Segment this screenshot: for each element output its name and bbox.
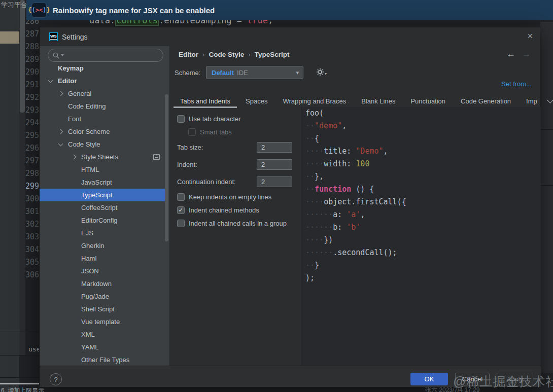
field-input-tab-size-[interactable] bbox=[257, 142, 292, 153]
close-icon[interactable]: × bbox=[527, 31, 533, 41]
back-arrow-icon[interactable]: ← bbox=[506, 49, 515, 59]
chevron-down-icon[interactable] bbox=[48, 78, 53, 83]
sidebar-item-color-scheme[interactable]: Color Scheme bbox=[40, 125, 166, 138]
sidebar-item-markdown[interactable]: Markdown bbox=[40, 277, 166, 290]
field-label: Indent: bbox=[177, 161, 197, 168]
sidebar-item-other-file-types[interactable]: Other File Types bbox=[40, 353, 166, 366]
breadcrumb: Editor›Code Style›TypeScript bbox=[179, 51, 290, 58]
checkbox[interactable] bbox=[188, 128, 196, 136]
line-number: 294 bbox=[25, 118, 39, 127]
code-token: }, bbox=[315, 172, 324, 181]
code-preview-line: ····}) bbox=[305, 234, 541, 246]
tab-code-generation[interactable]: Code Generation bbox=[453, 94, 519, 108]
tree-item-label: JavaScript bbox=[81, 179, 112, 186]
line-number: 290 bbox=[25, 67, 39, 77]
chevron-down-icon[interactable] bbox=[58, 141, 63, 146]
code-token: object.firstCall({ bbox=[324, 197, 406, 206]
ok-button[interactable]: OK bbox=[410, 373, 448, 385]
editor-preview-icon bbox=[153, 154, 160, 160]
sidebar-item-keymap[interactable]: Keymap bbox=[40, 62, 166, 75]
tab-imp[interactable]: Imp bbox=[519, 94, 545, 108]
sidebar-item-shell-script[interactable]: Shell Script bbox=[40, 303, 166, 315]
tab-blank-lines[interactable]: Blank Lines bbox=[354, 94, 403, 108]
settings-dialog: WS Settings × KeymapEditorGeneralCode Ed… bbox=[39, 27, 540, 386]
checkbox[interactable] bbox=[177, 193, 185, 201]
checkbox-label: Smart tabs bbox=[200, 128, 232, 136]
checkbox[interactable] bbox=[177, 115, 185, 123]
tree-item-label: Gherkin bbox=[81, 242, 105, 250]
checkbox[interactable] bbox=[177, 220, 185, 227]
chevron-down-icon: ▾ bbox=[325, 72, 327, 76]
code-token: "Demo" bbox=[356, 147, 383, 156]
sidebar-item-javascript[interactable]: JavaScript bbox=[40, 176, 166, 189]
notification-text: Rainbowify tag name for JSX can be enabl… bbox=[53, 6, 215, 15]
sidebar-item-editor[interactable]: Editor bbox=[40, 75, 166, 87]
search-history-caret-icon[interactable] bbox=[61, 54, 64, 56]
code-preview-line: ······a: 'a', bbox=[305, 208, 541, 221]
breadcrumb-item-code-style[interactable]: Code Style bbox=[209, 51, 245, 58]
stripe-selected-item[interactable] bbox=[0, 31, 19, 44]
chevron-right-icon[interactable] bbox=[72, 155, 77, 160]
sidebar-item-typescript[interactable]: TypeScript bbox=[40, 189, 166, 201]
dialog-titlebar[interactable]: WS Settings × bbox=[40, 27, 541, 46]
sidebar-item-code-style[interactable]: Code Style bbox=[40, 138, 166, 151]
gear-icon bbox=[316, 68, 324, 76]
cancel-button[interactable]: Cancel bbox=[455, 373, 490, 385]
code-token: "demo" bbox=[315, 121, 342, 130]
tool-window-stripe bbox=[0, 0, 19, 392]
scheme-actions-button[interactable]: ▾ bbox=[316, 68, 327, 76]
sidebar-item-code-editing[interactable]: Code Editing bbox=[40, 100, 166, 113]
code-token: .secondCall(); bbox=[333, 248, 397, 257]
help-button[interactable]: ? bbox=[50, 373, 62, 385]
tree-scrollbar-thumb[interactable] bbox=[165, 94, 168, 241]
sidebar-item-yaml[interactable]: YAML bbox=[40, 341, 166, 353]
tab-wrapping-and-braces[interactable]: Wrapping and Braces bbox=[275, 94, 354, 108]
field-input-indent-[interactable] bbox=[257, 159, 292, 170]
code-token: } bbox=[315, 261, 319, 270]
sidebar-item-pug-jade[interactable]: Pug/Jade bbox=[40, 290, 166, 303]
tab-spaces[interactable]: Spaces bbox=[238, 94, 275, 108]
sidebar-item-html[interactable]: HTML bbox=[40, 163, 166, 176]
code-token: width: bbox=[324, 159, 356, 168]
tree-item-label: Code Style bbox=[68, 140, 100, 148]
sidebar-item-haml[interactable]: Haml bbox=[40, 252, 166, 265]
set-from-link[interactable]: Set from... bbox=[501, 80, 532, 88]
sidebar-item-general[interactable]: General bbox=[40, 87, 166, 100]
checkbox-row-indent-all-chained-calls-in-a-group: Indent all chained calls in a group bbox=[177, 217, 304, 230]
checkbox[interactable]: ✓ bbox=[177, 206, 185, 214]
search-icon bbox=[53, 52, 59, 59]
notification-banner[interactable]: {(><)} Rainbowify tag name for JSX can b… bbox=[26, 0, 553, 20]
sidebar-item-style-sheets[interactable]: Style Sheets bbox=[40, 151, 166, 163]
code-token: 'a' bbox=[347, 210, 360, 219]
sidebar-item-xml[interactable]: XML bbox=[40, 328, 166, 341]
sidebar-item-vue-template[interactable]: Vue template bbox=[40, 315, 166, 328]
sidebar-item-font[interactable]: Font bbox=[40, 113, 166, 125]
field-row-continuation-indent-: Continuation indent: bbox=[177, 173, 304, 190]
editor-right-edge bbox=[540, 22, 553, 392]
code-preview-line: foo( bbox=[305, 107, 541, 120]
editor-scrollbar-thumb[interactable] bbox=[20, 0, 25, 113]
breadcrumb-item-typescript[interactable]: TypeScript bbox=[255, 51, 290, 58]
workspace-label: 学习平台 bbox=[1, 1, 27, 10]
sidebar-item-editorconfig[interactable]: EditorConfig bbox=[40, 214, 166, 227]
sidebar-item-json[interactable]: JSON bbox=[40, 265, 166, 277]
sidebar-item-coffeescript[interactable]: CoffeeScript bbox=[40, 201, 166, 214]
field-input-continuation-indent-[interactable] bbox=[257, 176, 292, 187]
code-preview: foo(··"demo",··{····title: "Demo",····wi… bbox=[301, 107, 541, 284]
whitespace-dots: ···· bbox=[305, 147, 324, 156]
tab-punctuation[interactable]: Punctuation bbox=[403, 94, 453, 108]
more-tabs-chevron-icon[interactable] bbox=[547, 97, 553, 103]
chevron-right-icon[interactable] bbox=[58, 129, 63, 134]
rainbowify-plugin-icon: {(><)} bbox=[31, 3, 47, 18]
scheme-select[interactable]: Default IDE ▾ bbox=[206, 66, 303, 79]
breadcrumb-item-editor[interactable]: Editor bbox=[179, 51, 198, 58]
tree-item-label: Vue template bbox=[81, 318, 120, 326]
sidebar-item-gherkin[interactable]: Gherkin bbox=[40, 239, 166, 252]
sidebar-item-ejs[interactable]: EJS bbox=[40, 227, 166, 239]
line-number: 291 bbox=[25, 80, 39, 89]
scheme-value-primary: Default bbox=[212, 69, 234, 77]
code-token: { bbox=[315, 134, 319, 143]
search-input[interactable] bbox=[48, 49, 163, 62]
tab-tabs-and-indents[interactable]: Tabs and Indents bbox=[172, 94, 238, 108]
chevron-right-icon[interactable] bbox=[58, 91, 63, 96]
